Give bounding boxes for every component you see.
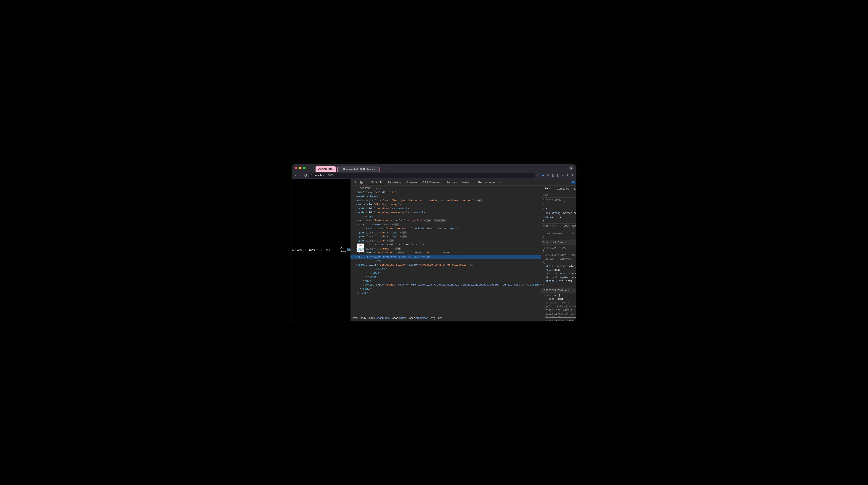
separator-icon bbox=[320, 249, 323, 252]
separator-icon bbox=[305, 249, 307, 252]
issues-badge[interactable]: 1 bbox=[570, 180, 576, 184]
styles-pane: Styles Computed Layout » :hov .cls + bbox=[541, 186, 576, 321]
device-toggle-icon[interactable] bbox=[359, 180, 364, 184]
toolbar-right bbox=[537, 174, 574, 177]
more-tabs-icon[interactable]: » bbox=[498, 180, 502, 184]
svg-point-12 bbox=[572, 175, 573, 176]
breadcrumbs: Home RPG Indie On Sale bbox=[292, 247, 350, 253]
favicon-icon bbox=[340, 168, 342, 170]
chevron-down-icon[interactable] bbox=[316, 249, 318, 251]
selected-element[interactable]: ▸<use href="#icon-dropdown-arrow">…</use… bbox=[350, 255, 541, 259]
breadcrumb-rpg[interactable]: RPG bbox=[309, 249, 318, 252]
breadcrumb-current: On Sale bbox=[340, 247, 346, 253]
styles-tab-computed[interactable]: Computed bbox=[555, 187, 571, 191]
inherited-crumbicon: Inherited from span.crumbicon bbox=[541, 288, 576, 293]
svg-point-11 bbox=[572, 174, 573, 175]
extension-color-icon[interactable] bbox=[547, 174, 549, 177]
traffic-lights bbox=[295, 167, 306, 169]
body-style: display: flex; justify-content: center; … bbox=[377, 199, 473, 202]
breadcrumb-link[interactable]: Indie bbox=[325, 249, 331, 252]
path-html[interactable]: html bbox=[352, 316, 358, 319]
breadcrumb-link[interactable]: RPG bbox=[309, 249, 315, 252]
styles-rules[interactable]: element.style { } style.css:1 * { box-si… bbox=[541, 198, 576, 321]
menu-icon[interactable] bbox=[571, 174, 574, 177]
content: svg 24 × 24 Home RPG Indie bbox=[292, 179, 576, 321]
browser-window: GUI Challenges Breadcrumbs | GUI Challen… bbox=[292, 164, 576, 321]
styles-filter: :hov .cls + bbox=[541, 192, 576, 198]
close-icon[interactable]: × bbox=[376, 168, 377, 170]
breadcrumb-link[interactable]: Home bbox=[296, 249, 303, 252]
tab-label: Breadcrumbs | GUI Challenges bbox=[343, 168, 375, 170]
path-svg[interactable]: svg bbox=[431, 316, 435, 319]
tab-css-overview[interactable]: CSS Overview bbox=[420, 180, 443, 185]
maximize-window[interactable] bbox=[303, 167, 306, 169]
url-port: :3000 bbox=[327, 174, 334, 177]
flask-icon[interactable] bbox=[557, 174, 559, 177]
path-use[interactable]: use bbox=[438, 316, 442, 319]
styles-tab-styles[interactable]: Styles bbox=[542, 186, 554, 191]
account-icon[interactable]: ⌄ bbox=[569, 166, 573, 170]
inspect-icon[interactable] bbox=[352, 180, 358, 184]
styles-tabs: Styles Computed Layout » bbox=[541, 186, 576, 192]
devtools: Elements Rendering Console CSS Overview … bbox=[350, 179, 576, 321]
titlebar: GUI Challenges Breadcrumbs | GUI Challen… bbox=[292, 164, 576, 172]
tab-elements[interactable]: Elements bbox=[368, 180, 384, 185]
new-tab-button[interactable]: + bbox=[381, 166, 388, 170]
tab-performance[interactable]: Performance bbox=[476, 180, 497, 185]
page-pane: svg 24 × 24 Home RPG Indie bbox=[292, 179, 350, 321]
tab-console[interactable]: Console bbox=[404, 180, 419, 185]
forward-button[interactable] bbox=[299, 174, 302, 177]
chevron-down-highlighted[interactable] bbox=[347, 249, 350, 251]
svg-point-5 bbox=[548, 175, 548, 176]
inherited-svg: Inherited from svg bbox=[541, 240, 576, 245]
svg-marker-9 bbox=[563, 176, 564, 176]
url-host: localhost bbox=[315, 174, 325, 177]
playlist-icon[interactable] bbox=[561, 174, 564, 177]
devtools-tabs: Elements Rendering Console CSS Overview … bbox=[350, 179, 576, 186]
home-icon bbox=[292, 249, 294, 251]
path-body[interactable]: body bbox=[360, 316, 366, 319]
svg-rect-17 bbox=[572, 181, 574, 183]
bookmark-star-icon[interactable] bbox=[542, 174, 544, 177]
tab-label: GUI Challenges bbox=[317, 168, 334, 170]
info-icon bbox=[311, 174, 313, 177]
svg-rect-15 bbox=[360, 181, 362, 183]
elements-tree[interactable]: <!DOCTYPE html> <html lang="en" dir="ltr… bbox=[350, 186, 541, 315]
breadcrumb-on-sale: On Sale bbox=[340, 247, 350, 253]
tab-breadcrumbs[interactable]: Breadcrumbs | GUI Challenges × bbox=[337, 166, 379, 172]
tab-gui-challenges[interactable]: GUI Challenges bbox=[315, 166, 336, 172]
styles-tab-layout[interactable]: Layout bbox=[572, 187, 576, 191]
extensions-icon[interactable] bbox=[552, 174, 554, 177]
tab-network[interactable]: Network bbox=[460, 180, 475, 185]
svg-point-13 bbox=[572, 176, 573, 176]
share-icon[interactable] bbox=[537, 174, 539, 177]
styles-filter-input[interactable] bbox=[542, 193, 575, 196]
tab-sources[interactable]: Sources bbox=[444, 180, 459, 185]
chevron-down-icon[interactable] bbox=[331, 249, 334, 251]
close-window[interactable] bbox=[295, 167, 298, 169]
issue-count: 1 bbox=[576, 181, 576, 184]
reload-button[interactable] bbox=[304, 174, 307, 177]
svg-rect-10 bbox=[567, 174, 568, 176]
dom-breadcrumb[interactable]: html body nav.breadcrumbs span.crumb spa… bbox=[350, 315, 541, 321]
addressbar: localhost:3000 bbox=[292, 172, 576, 179]
tab-rendering[interactable]: Rendering bbox=[386, 180, 403, 185]
url-field[interactable]: localhost:3000 bbox=[309, 173, 535, 178]
separator-icon bbox=[336, 249, 338, 252]
svg-rect-16 bbox=[362, 182, 363, 183]
breadcrumb-indie[interactable]: Indie bbox=[325, 249, 334, 252]
back-button[interactable] bbox=[294, 174, 297, 177]
minimize-window[interactable] bbox=[299, 167, 302, 169]
devtools-body: <!DOCTYPE html> <html lang="en" dir="ltr… bbox=[350, 186, 576, 321]
mic-icon[interactable] bbox=[566, 174, 569, 177]
breadcrumb-home[interactable]: Home bbox=[292, 249, 303, 252]
elements-pane: <!DOCTYPE html> <html lang="en" dir="ltr… bbox=[350, 186, 541, 321]
